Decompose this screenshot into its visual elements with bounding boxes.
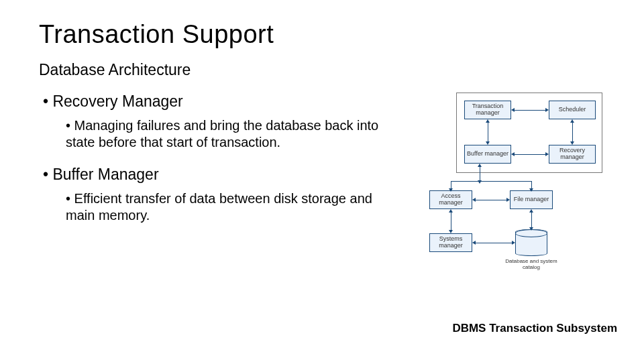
node-file-manager: File manager (510, 190, 553, 209)
bullet-buffer-detail: Efficient transfer of data between disk … (66, 190, 388, 224)
arrow-tm-sched (514, 110, 546, 111)
arrow-file-db (531, 212, 532, 228)
database-cylinder (515, 229, 547, 256)
arrow-bm-rm (514, 154, 546, 155)
bullet-recovery-detail: Managing failures and bring the database… (66, 117, 388, 151)
arrow-split-h (451, 181, 531, 182)
architecture-diagram: Transaction manager Scheduler Buffer man… (416, 93, 604, 287)
arrow-to-access (451, 181, 451, 189)
bullet-buffer-manager: Buffer Manager (39, 166, 402, 184)
bullet-recovery-manager: Recovery Manager (39, 93, 402, 111)
content-row: Recovery Manager Managing failures and b… (39, 93, 610, 287)
text-column: Recovery Manager Managing failures and b… (39, 93, 416, 239)
node-access-manager: Access manager (429, 190, 472, 209)
database-label: Database and system catalog (504, 259, 558, 271)
arrow-access-file (475, 200, 507, 200)
node-buffer-manager: Buffer manager (464, 145, 511, 164)
arrow-systems-db (475, 243, 513, 243)
arrow-sched-rm (572, 122, 573, 142)
node-transaction-manager: Transaction manager (464, 101, 511, 119)
node-scheduler: Scheduler (549, 101, 596, 119)
slide-subtitle: Database Architecture (39, 61, 610, 79)
slide: Transaction Support Database Architectur… (0, 0, 644, 300)
diagram-caption: DBMS Transaction Subsystem (452, 322, 617, 335)
arrow-to-file (531, 181, 532, 189)
arrow-tm-bm (488, 122, 488, 142)
node-recovery-manager: Recovery manager (549, 145, 596, 164)
slide-title: Transaction Support (39, 20, 610, 49)
arrow-access-systems (451, 212, 451, 231)
arrow-bm-down (480, 166, 480, 181)
node-systems-manager: Systems manager (429, 233, 472, 252)
diagram-column: Transaction manager Scheduler Buffer man… (416, 93, 610, 287)
